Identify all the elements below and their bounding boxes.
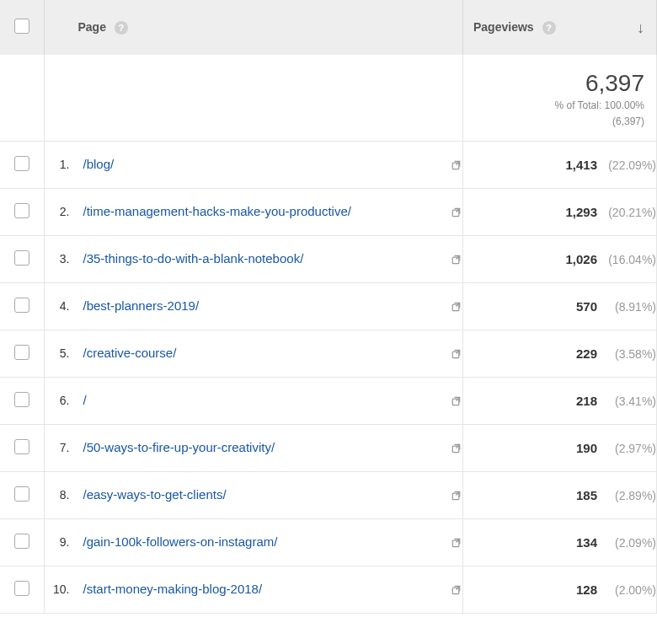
pageviews-cell: 128(2.00%) [463,566,657,613]
page-content: 8./easy-ways-to-get-clients/ [45,486,463,503]
row-number: 4. [45,299,70,313]
pageviews-value: 134 [576,535,597,550]
external-link-icon[interactable] [450,489,462,502]
table-row: 2./time-management-hacks-make-you-produc… [0,188,657,235]
pageviews-value: 1,413 [565,158,597,172]
sort-arrow-down-icon[interactable]: ↓ [637,19,644,36]
table-row: 7./50-ways-to-fire-up-your-creativity/19… [0,424,657,471]
external-link-icon[interactable] [450,253,462,266]
row-number: 10. [45,582,70,596]
page-link[interactable]: /blog/ [83,156,442,173]
page-link[interactable]: /gain-100k-followers-on-instagram/ [83,534,442,550]
pageviews-cell: 570(8.91%) [463,282,657,330]
row-checkbox-cell [0,188,44,235]
row-checkbox[interactable] [14,298,29,313]
page-cell: 10./start-money-making-blog-2018/ [44,566,463,613]
row-checkbox-cell [0,141,44,188]
row-checkbox[interactable] [14,439,29,454]
pages-table: Page ? Pageviews ? ↓ 6,397 % of Total: 1… [0,0,657,614]
summary-pct-label: % of Total: 100.00% [475,99,644,113]
external-link-icon[interactable] [450,536,462,549]
row-checkbox[interactable] [14,534,29,549]
page-cell: 8./easy-ways-to-get-clients/ [44,471,463,518]
page-cell: 6./ [44,377,463,424]
svg-rect-0 [452,163,459,169]
table-row: 6./218(3.41%) [0,377,657,424]
page-content: 7./50-ways-to-fire-up-your-creativity/ [45,439,463,456]
page-link[interactable]: /easy-ways-to-get-clients/ [83,486,442,503]
page-content: 9./gain-100k-followers-on-instagram/ [45,534,463,550]
page-link[interactable]: /50-ways-to-fire-up-your-creativity/ [83,439,442,456]
pageviews-percent: (2.89%) [604,489,656,502]
table-row: 4./best-planners-2019/570(8.91%) [0,282,657,330]
table-row: 5./creative-course/229(3.58%) [0,330,657,377]
page-content: 2./time-management-hacks-make-you-produc… [45,203,463,220]
svg-rect-2 [452,257,459,264]
page-cell: 4./best-planners-2019/ [44,282,463,330]
row-checkbox[interactable] [14,345,29,360]
pageviews-percent: (2.00%) [604,583,656,597]
select-all-header [0,0,44,55]
page-link[interactable]: /35-things-to-do-with-a-blank-notebook/ [83,250,442,267]
page-cell: 1./blog/ [44,141,463,188]
row-number: 9. [45,535,70,549]
page-header-label: Page [78,20,106,34]
pageviews-value: 229 [576,346,597,361]
row-checkbox-cell [0,330,44,377]
help-icon[interactable]: ? [542,21,556,35]
svg-rect-3 [452,304,459,311]
summary-cell: 6,397 % of Total: 100.00% (6,397) [463,55,657,141]
row-number: 6. [45,394,70,407]
table-row: 10./start-money-making-blog-2018/128(2.0… [0,566,657,613]
page-link[interactable]: /best-planners-2019/ [83,298,442,314]
row-checkbox-cell [0,471,44,518]
external-link-icon[interactable] [450,206,462,218]
svg-rect-9 [452,588,459,594]
pageviews-cell: 185(2.89%) [463,471,657,518]
table-row: 3./35-things-to-do-with-a-blank-notebook… [0,235,657,282]
help-icon[interactable]: ? [115,21,128,35]
row-checkbox-cell [0,566,44,613]
pageviews-value: 1,293 [565,205,597,219]
pageviews-value: 218 [576,394,597,408]
pageviews-value: 1,026 [565,252,597,266]
svg-rect-5 [452,399,459,405]
external-link-icon[interactable] [450,442,462,454]
svg-rect-4 [452,352,459,358]
pageviews-column-header[interactable]: Pageviews ? ↓ [463,0,657,55]
pageviews-cell: 1,026(16.04%) [463,235,657,282]
row-number: 5. [45,346,70,360]
svg-rect-1 [452,210,459,217]
page-link[interactable]: /time-management-hacks-make-you-producti… [83,203,442,220]
external-link-icon[interactable] [450,583,462,596]
svg-rect-7 [452,493,459,500]
row-checkbox[interactable] [14,486,29,502]
pageviews-header-label: Pageviews [473,20,534,34]
pageviews-percent: (3.58%) [604,347,656,361]
select-all-checkbox[interactable] [14,19,29,34]
external-link-icon[interactable] [450,158,462,171]
page-content: 4./best-planners-2019/ [45,298,463,314]
page-cell: 3./35-things-to-do-with-a-blank-notebook… [44,235,463,282]
page-cell: 9./gain-100k-followers-on-instagram/ [44,518,463,566]
summary-total-sub: (6,397) [475,115,644,129]
external-link-icon[interactable] [450,300,462,313]
page-link[interactable]: /creative-course/ [83,345,442,362]
row-checkbox[interactable] [14,392,29,407]
row-checkbox-cell [0,235,44,282]
pageviews-cell: 1,413(22.09%) [463,141,657,188]
page-column-header[interactable]: Page ? [44,0,463,55]
external-link-icon[interactable] [450,394,462,407]
pageviews-value: 190 [576,441,597,455]
row-checkbox[interactable] [14,203,29,218]
page-content: 3./35-things-to-do-with-a-blank-notebook… [45,250,463,267]
page-cell: 2./time-management-hacks-make-you-produc… [44,188,463,235]
page-link[interactable]: /start-money-making-blog-2018/ [83,581,442,598]
pageviews-percent: (2.97%) [604,442,656,455]
external-link-icon[interactable] [450,347,462,360]
page-link[interactable]: / [83,392,442,409]
row-checkbox[interactable] [14,156,29,171]
row-checkbox[interactable] [14,581,29,596]
row-checkbox[interactable] [14,250,29,266]
summary-row: 6,397 % of Total: 100.00% (6,397) [0,55,657,141]
